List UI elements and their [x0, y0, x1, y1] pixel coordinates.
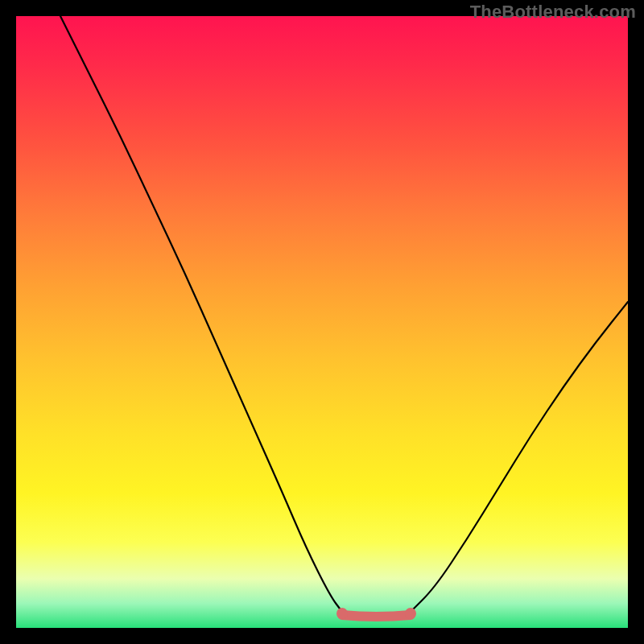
chart-svg: [16, 16, 628, 628]
flat-segment-highlight: [342, 615, 411, 617]
flat-segment-endpoint-left: [336, 608, 348, 619]
watermark-text: TheBottleneck.com: [470, 2, 636, 23]
curve-left: [60, 16, 342, 612]
chart-frame: TheBottleneck.com: [0, 0, 644, 644]
plot-area: [16, 16, 628, 628]
curve-right: [411, 302, 628, 612]
flat-segment-endpoint-right: [405, 608, 416, 619]
